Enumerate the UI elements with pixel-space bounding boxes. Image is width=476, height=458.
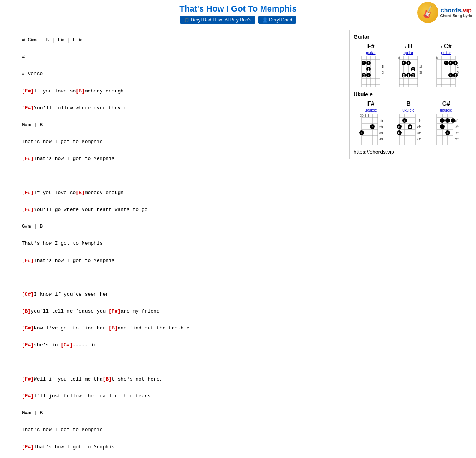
guitar-csharp-svg: 1fr 3fr x 1 1 1 4: [432, 56, 460, 87]
guitar-icon: 🎸: [420, 5, 436, 20]
svg-text:1fr: 1fr: [382, 64, 385, 68]
lyric-line: #: [22, 54, 25, 60]
guitar-b-diagram: x B guitar: [391, 43, 426, 87]
svg-text:3fr: 3fr: [379, 131, 383, 135]
guitar-csharp-type[interactable]: guitar: [441, 51, 451, 55]
lyric-line: [C#]I know if you've seen her: [22, 292, 109, 297]
ukulele-b-type[interactable]: ukulele: [402, 108, 415, 112]
lyric-line: [F#]You'll follow where ever they go: [22, 105, 130, 111]
guitar-b-x: x: [405, 45, 407, 49]
ukulele-b-name: B: [406, 100, 411, 107]
ukulele-csharp-diagram: C# ukulele: [429, 100, 463, 145]
lyric-line: That's how I got to Memphis: [22, 241, 103, 246]
svg-text:6: 6: [360, 131, 362, 135]
svg-text:1: 1: [403, 119, 405, 123]
guitar-chord-section: Guitar F# guitar: [349, 30, 472, 159]
guitar-fsharp-diagram: F# guitar: [354, 43, 388, 87]
guitar-section-title: Guitar: [354, 34, 468, 40]
ukulele-fsharp-grid: 1fr 2fr 3fr 4fr 2: [357, 114, 385, 145]
logo-icon: 🎸: [417, 2, 438, 23]
guitar-fsharp-type[interactable]: guitar: [366, 51, 375, 55]
svg-text:3fr: 3fr: [457, 71, 460, 74]
chord-tag: [F#]: [22, 88, 34, 94]
chord-tag: [F#]: [22, 376, 34, 382]
guitar-chord-row: F# guitar: [354, 43, 468, 87]
chord-tag: [B]: [22, 308, 31, 314]
guitar-fsharp-grid: 1fr 3fr 1 1 2 3: [357, 56, 385, 87]
ukulele-csharp-type[interactable]: ukulele: [440, 108, 452, 112]
lyric-line: [F#]That's how I got to Memphis: [22, 444, 115, 450]
lyric-line: G#m | B: [22, 122, 43, 128]
svg-text:3fr: 3fr: [419, 71, 422, 74]
svg-text:1: 1: [367, 61, 369, 65]
svg-point-123: [440, 118, 445, 123]
event-tag-button[interactable]: 🎵 Deryl Dodd Live At Billy Bob's: [180, 16, 255, 24]
header: That's How I Got To Memphis 🎵 Deryl Dodd…: [0, 0, 476, 26]
ukulele-fsharp-diagram: F# ukulele: [354, 100, 388, 145]
svg-point-124: [445, 118, 450, 123]
ukulele-csharp-svg: 1fr 2fr 3fr 4fr 6: [432, 114, 460, 145]
ukulele-csharp-grid: 1fr 2fr 3fr 4fr 6: [432, 114, 460, 145]
svg-text:1: 1: [454, 61, 456, 65]
svg-text:2: 2: [398, 125, 400, 129]
lyric-line: [F#]If you love so[B]mebody enough: [22, 88, 124, 94]
chord-tag: [F#]: [109, 308, 121, 314]
lyric-line: [C#]Now I've got to find her [B]and find…: [22, 325, 190, 331]
chord-tag: [C#]: [22, 292, 34, 297]
svg-text:3: 3: [403, 74, 405, 77]
svg-text:2: 2: [412, 68, 414, 71]
lyric-line: [F#]I'll just follow the trail of her te…: [22, 393, 150, 399]
page-wrapper: That's How I Got To Memphis 🎵 Deryl Dodd…: [0, 0, 476, 458]
svg-text:2fr: 2fr: [379, 125, 383, 129]
ukulele-section-title: Ukulele: [354, 91, 468, 97]
ukulele-fsharp-svg: 1fr 2fr 3fr 4fr 2: [357, 114, 385, 145]
svg-text:4fr: 4fr: [379, 137, 383, 141]
lyric-line: # Verse: [22, 71, 43, 77]
logo-text: chords.vip Chord Song Lyric: [440, 7, 472, 18]
sidebar-url: https://chords.vip: [354, 149, 468, 155]
lyric-line: That's how I got to Memphis: [22, 139, 103, 145]
artist-tag-button[interactable]: 👤 Deryl Dodd: [258, 16, 296, 24]
svg-text:x: x: [398, 56, 400, 60]
guitar-csharp-grid: 1fr 3fr x 1 1 1 4: [432, 56, 460, 87]
header-tags: 🎵 Deryl Dodd Live At Billy Bob's 👤 Deryl…: [0, 16, 476, 24]
chord-tag: [C#]: [61, 342, 73, 348]
svg-text:x: x: [436, 56, 438, 60]
logo-chords: chords.vip: [440, 7, 472, 14]
chord-tag: [B]: [109, 325, 117, 331]
logo-subtitle: Chord Song Lyric: [440, 14, 472, 18]
chord-tag: [F#]: [22, 258, 34, 264]
lyrics-section: # G#m | B | F# | F # # # Verse [F#]If yo…: [0, 26, 345, 458]
lyric-line: [F#]You'll go where your heart wants to …: [22, 207, 148, 213]
svg-text:3fr: 3fr: [455, 131, 459, 135]
chord-tag: [F#]: [22, 190, 34, 196]
svg-point-126: [440, 124, 445, 129]
guitar-b-grid: 1fr 3fr x 1 1 2 3: [395, 56, 422, 87]
chord-tag: [F#]: [22, 207, 34, 213]
svg-text:1: 1: [445, 61, 447, 65]
lyric-line: [F#]Well if you tell me tha[B]t she's no…: [22, 376, 163, 382]
chord-tag: [B]: [102, 376, 111, 382]
svg-text:4: 4: [367, 74, 369, 77]
ukulele-csharp-name: C#: [442, 100, 450, 107]
svg-text:3fr: 3fr: [382, 71, 385, 74]
svg-text:3: 3: [407, 74, 409, 77]
guitar-b-svg: 1fr 3fr x 1 1 2 3: [395, 56, 422, 87]
svg-text:1: 1: [450, 61, 451, 65]
ukulele-fsharp-type[interactable]: ukulele: [365, 108, 377, 112]
svg-text:6: 6: [398, 131, 400, 135]
guitar-fsharp-name: F#: [367, 43, 375, 50]
svg-text:1: 1: [403, 61, 405, 65]
chord-tag: [F#]: [22, 444, 34, 450]
svg-text:2: 2: [367, 68, 369, 71]
ukulele-b-svg: 1fr 2fr 3fr 4fr 1 2 3: [395, 114, 422, 145]
lyric-line: G#m | B: [22, 224, 43, 229]
svg-text:4: 4: [454, 74, 456, 77]
lyric-line: [F#]That's how I got to Memphis: [22, 258, 115, 264]
guitar-b-type[interactable]: guitar: [403, 51, 413, 55]
lyric-line: [F#]she's in [C#]----- in.: [22, 342, 100, 348]
svg-point-125: [451, 118, 455, 123]
chord-tag: [F#]: [22, 156, 34, 161]
svg-text:4fr: 4fr: [455, 137, 459, 141]
sidebar: Guitar F# guitar: [345, 26, 476, 458]
